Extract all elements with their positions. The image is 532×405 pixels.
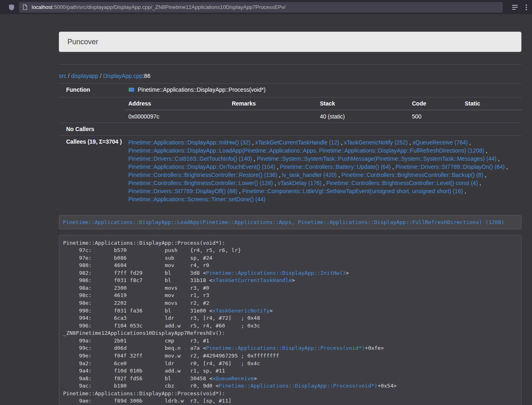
breadcrumb-separator: / [98, 73, 103, 79]
callee-link[interactable]: vTaskDelay (176) [278, 180, 321, 186]
callee-link[interactable]: xTaskGenericNotify (252) [344, 139, 408, 146]
stats-column-header: Remarks [228, 97, 317, 110]
stats-column-header: Static [461, 97, 521, 110]
stats-column-header: Code [409, 97, 461, 110]
no-callers-row: No Callers [59, 123, 521, 136]
url-domain: localhost [32, 4, 52, 10]
brand-link[interactable]: Puncover [59, 38, 104, 46]
function-row: Function Pinetime::Applications::Display… [59, 84, 521, 97]
no-callers-label: No Callers [59, 123, 125, 136]
stack-value: 40 (static) [317, 110, 409, 123]
disassembly-code: Pinetime::Applications::DisplayApp::Proc… [59, 235, 521, 405]
divider [59, 64, 521, 65]
stats-table: AddressRemarksStackCodeStatic 0x0000097c… [125, 97, 521, 123]
shield-icon [8, 4, 15, 11]
callee-link[interactable]: lv_task_handler (420) [282, 172, 337, 178]
code-symbol-link[interactable]: Pinetime::Applications::DisplayApp::Proc… [206, 345, 365, 351]
breadcrumb: src / displayapp / DisplayApp.cpp:86 [59, 73, 521, 79]
code-size-value: 500 [409, 110, 461, 123]
site-identity-page-icon[interactable] [22, 4, 28, 10]
url-path: :5000/path/src/displayapp/DisplayApp.cpp… [52, 4, 286, 10]
highlighted-symbol-panel: Pinetime::Applications::DisplayApp::Load… [59, 215, 521, 229]
stats-row: AddressRemarksStackCodeStatic 0x0000097c… [59, 97, 521, 123]
callee-link[interactable]: xQueueReceive (764) [413, 139, 468, 146]
function-table: Function Pinetime::Applications::Display… [59, 83, 521, 206]
function-name: Pinetime::Applications::DisplayApp::Proc… [138, 86, 265, 93]
static-value [461, 110, 521, 123]
code-symbol-link[interactable]: xQueueReceive [212, 375, 254, 381]
callee-link[interactable]: Pinetime::Controllers::BrightnessControl… [128, 180, 273, 186]
callee-link[interactable]: Pinetime::Drivers::St7789::DisplayOn() (… [396, 164, 505, 170]
browser-toolbar: localhost:5000/path/src/displayapp/Displ… [0, 0, 532, 14]
no-callers-cell [125, 123, 521, 136]
code-symbol-link[interactable]: xTaskGenericNotify [212, 308, 269, 314]
code-symbol-link[interactable]: xTaskGetCurrentTaskHandle [212, 277, 292, 283]
stats-cell: AddressRemarksStackCodeStatic 0x0000097c… [125, 97, 521, 123]
callee-link[interactable]: Pinetime::Applications::DisplayApp::Load… [128, 147, 484, 154]
reader-lines-icon [512, 4, 518, 11]
callee-link[interactable]: Pinetime::Applications::DisplayApp::Init… [128, 139, 250, 146]
callee-link[interactable]: Pinetime::Drivers::St7789::DisplayOff() … [128, 188, 237, 194]
function-icon [128, 86, 135, 94]
callee-link[interactable]: Pinetime::Applications::Screens::Timer::… [128, 196, 265, 202]
overflow-menu-icon[interactable] [526, 4, 527, 11]
stats-header-row: AddressRemarksStackCodeStatic [125, 97, 521, 110]
function-name-cell: Pinetime::Applications::DisplayApp::Proc… [125, 84, 521, 97]
callee-link[interactable]: Pinetime::Controllers::BrightnessControl… [341, 172, 483, 178]
breadcrumb-link[interactable]: src [59, 73, 67, 79]
callees-label: Callees (19, Σ=3704 ) [59, 136, 125, 207]
callee-link[interactable]: Pinetime::Applications::DisplayApp::OnTo… [128, 164, 275, 170]
url-text[interactable]: localhost:5000/path/src/displayapp/Displ… [32, 4, 286, 10]
callee-link[interactable]: Pinetime::System::SystemTask::PushMessag… [257, 155, 497, 162]
function-row-label: Function [59, 84, 125, 97]
code-symbol-link[interactable]: Pinetime::Applications::DisplayApp::Proc… [219, 383, 377, 389]
callees-row: Callees (19, Σ=3704 ) Pinetime::Applicat… [59, 136, 521, 207]
stats-column-header: Stack [317, 97, 409, 110]
stats-column-header: Address [125, 97, 228, 110]
callee-link[interactable]: Pinetime::Drivers::Cst816S::GetTouchInfo… [128, 155, 252, 162]
navbar: Puncover [59, 32, 521, 52]
breadcrumb-separator: / [67, 73, 71, 79]
breadcrumb-link[interactable]: DisplayApp.cpp [103, 73, 142, 79]
page-icon [22, 4, 28, 10]
breadcrumb-line-number: :86 [142, 73, 150, 79]
vertical-dots-icon [526, 4, 527, 11]
reader-view-icon[interactable] [512, 4, 518, 11]
address-value: 0x0000097c [125, 110, 228, 123]
callee-link[interactable]: Pinetime::Controllers::BrightnessControl… [326, 180, 478, 186]
callees-list: Pinetime::Applications::DisplayApp::Init… [125, 136, 521, 207]
breadcrumb-link[interactable]: displayapp [71, 73, 98, 79]
stats-value-row: 0x0000097c 40 (static) 500 [125, 110, 521, 123]
callee-link[interactable]: Pinetime::Controllers::Battery::Update()… [280, 164, 391, 170]
stats-row-spacer [59, 97, 125, 123]
callee-link[interactable]: Pinetime::Controllers::BrightnessControl… [128, 172, 277, 178]
highlighted-symbol-link[interactable]: Pinetime::Applications::DisplayApp::Load… [63, 219, 504, 225]
code-symbol-link[interactable]: Pinetime::Applications::DisplayApp::Init… [206, 270, 346, 276]
callee-link[interactable]: xTaskGetCurrentTaskHandle (12) [255, 139, 339, 146]
remarks-value [228, 110, 317, 123]
callee-link[interactable]: Pinetime::Components::LittleVgl::SetNewT… [242, 188, 463, 194]
tracking-protection-shield-icon[interactable] [8, 4, 15, 11]
page-container: Puncover src / displayapp / DisplayApp.c… [59, 32, 521, 405]
url-bar[interactable]: localhost:5000/path/src/displayapp/Displ… [19, 2, 503, 13]
